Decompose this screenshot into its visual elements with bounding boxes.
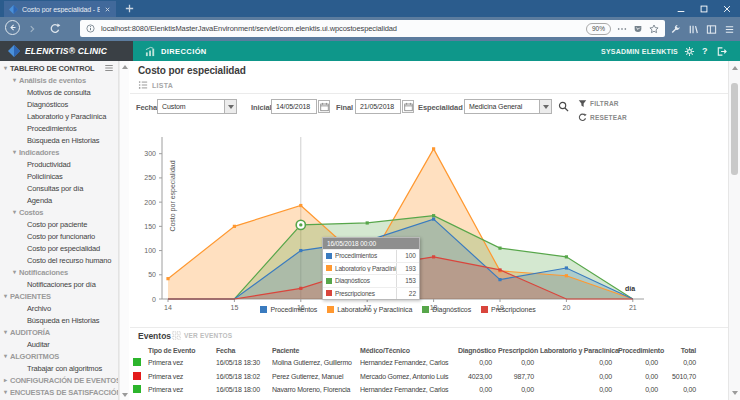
sidebar-item[interactable]: ▾Notificaciones bbox=[0, 266, 118, 278]
zoom-level-badge[interactable]: 90% bbox=[586, 23, 611, 35]
sidebar-item-label: CONFIGURACIÓN DE EVENTOS bbox=[10, 376, 119, 385]
page-actions-icon[interactable] bbox=[617, 24, 627, 34]
back-button[interactable] bbox=[5, 20, 20, 35]
forward-button[interactable] bbox=[27, 24, 37, 34]
scrollbar-thumb[interactable] bbox=[731, 83, 738, 175]
especialidad-select[interactable]: Medicina General bbox=[464, 99, 552, 114]
tab-close-icon[interactable] bbox=[104, 6, 111, 13]
sidebar-item[interactable]: Diagnósticos bbox=[0, 98, 118, 110]
column-header[interactable]: Paciente bbox=[272, 344, 360, 356]
sidebar-item[interactable]: Laboratorio y Paraclínica bbox=[0, 110, 118, 122]
inicial-calendar-button[interactable] bbox=[318, 100, 330, 113]
sidebar-item[interactable]: Búsqueda en Historias bbox=[0, 134, 118, 146]
legend-label: Procedimientos bbox=[270, 306, 317, 313]
sidebar-item[interactable]: ▾ENCUESTAS DE SATISFACCIÓN bbox=[0, 386, 118, 398]
inicial-input[interactable]: 14/05/2018 bbox=[271, 99, 317, 114]
chart-tooltip: 16/05/2018 00:00 Procedimientos100Labora… bbox=[322, 237, 420, 300]
sidebar-item[interactable]: Procedimientos bbox=[0, 122, 118, 134]
logout-button[interactable] bbox=[716, 41, 727, 61]
sidebar-item[interactable]: ▾PACIENTES bbox=[0, 290, 118, 302]
sidebar-item[interactable]: Búsqueda en Historias bbox=[0, 314, 118, 326]
column-header[interactable]: Médico/Técnico bbox=[360, 344, 458, 356]
fecha-select[interactable]: Custom bbox=[157, 99, 237, 114]
window-minimize-button[interactable] bbox=[670, 2, 692, 15]
column-header[interactable]: Procedimiento bbox=[618, 344, 664, 356]
sidebar-item[interactable]: ▸CONFIGURACIÓN DE EVENTOS bbox=[0, 374, 118, 386]
final-input[interactable]: 21/05/2018 bbox=[355, 99, 401, 114]
library-button[interactable] bbox=[688, 24, 699, 35]
menu-item-direccion[interactable]: DIRECCIÓN bbox=[145, 41, 207, 61]
sidebar-item[interactable]: Costo por paciente bbox=[0, 218, 118, 230]
column-header[interactable]: Prescripción bbox=[498, 344, 540, 356]
svg-text:100: 100 bbox=[144, 247, 156, 254]
url-bar[interactable]: localhost:8080/ElenktisMasterJavaEnviron… bbox=[80, 20, 665, 37]
search-button[interactable] bbox=[558, 101, 569, 112]
legend-item[interactable]: Prescripciones bbox=[481, 306, 536, 313]
cost-chart[interactable]: 0501001502002503001415161718192021Costo … bbox=[130, 130, 728, 318]
sidebar-item-label: ALGORITMOS bbox=[10, 352, 59, 361]
table-row[interactable]: Primera vez16/05/18 18:00Navarro Moreno,… bbox=[133, 383, 702, 397]
menu-button[interactable] bbox=[724, 24, 735, 35]
new-tab-button[interactable] bbox=[124, 3, 135, 14]
sidebar-item[interactable]: ▾Costos bbox=[0, 206, 118, 218]
column-header[interactable]: Total bbox=[664, 344, 702, 356]
sidebar-item[interactable]: Productividad bbox=[0, 158, 118, 170]
pocket-icon[interactable] bbox=[633, 24, 643, 34]
table-row[interactable]: Primera vez16/05/18 18:30Molina Gutierre… bbox=[133, 356, 702, 370]
tools-button[interactable] bbox=[670, 24, 681, 35]
final-calendar-button[interactable] bbox=[402, 100, 414, 113]
legend-label: Prescripciones bbox=[491, 306, 536, 313]
sidebar-item[interactable]: Notificaciones por día bbox=[0, 278, 118, 290]
sidebar-scrollbar[interactable] bbox=[119, 61, 129, 400]
content-scrollbar[interactable] bbox=[728, 61, 740, 400]
help-button[interactable]: ? bbox=[702, 41, 708, 61]
scroll-down-icon[interactable] bbox=[122, 393, 128, 397]
window-close-button[interactable] bbox=[716, 2, 738, 15]
sidebar-item[interactable]: ▾Indicadores bbox=[0, 146, 118, 158]
sidebar-item[interactable]: ▾ALGORITMOS bbox=[0, 350, 118, 362]
ver-eventos-button[interactable]: VER EVENTOS bbox=[172, 331, 232, 340]
settings-button[interactable] bbox=[684, 41, 695, 61]
sidebar-item[interactable]: Costo por funcionario bbox=[0, 230, 118, 242]
legend-item[interactable]: Laboratorio y Paraclínica bbox=[327, 306, 412, 313]
sidebar-item[interactable]: ▾AUDITORÍA bbox=[0, 326, 118, 338]
legend-item[interactable]: Procedimientos bbox=[260, 306, 317, 313]
browser-tab[interactable]: Costo por especialidad - Elenkt bbox=[4, 1, 116, 17]
app-brand[interactable]: ELENKTIS® CLINIC bbox=[0, 41, 133, 61]
swatch-column-header bbox=[133, 344, 148, 356]
sidebar-item[interactable]: Agenda bbox=[0, 194, 118, 206]
sidebar-item[interactable]: Costo por especialidad bbox=[0, 242, 118, 254]
refresh-button[interactable] bbox=[49, 23, 61, 35]
sidebar-item-label: Consultas por día bbox=[27, 184, 83, 193]
lista-button[interactable]: LISTA bbox=[138, 80, 173, 90]
column-header[interactable]: Fecha bbox=[216, 344, 272, 356]
sidebar-item[interactable]: Archivo bbox=[0, 302, 118, 314]
user-menu[interactable]: SYSADMIN ELENKTIS bbox=[600, 41, 678, 61]
resetear-button[interactable]: RESETEAR bbox=[578, 113, 627, 122]
sidebars-button[interactable] bbox=[706, 24, 717, 35]
page-info-icon[interactable] bbox=[86, 24, 95, 33]
scroll-up-icon[interactable] bbox=[732, 66, 738, 70]
scroll-up-icon[interactable] bbox=[122, 65, 128, 69]
legend-item[interactable]: Diagnósticos bbox=[422, 306, 471, 313]
sidebar-item[interactable]: Auditar bbox=[0, 338, 118, 350]
column-header[interactable]: Diagnóstico bbox=[458, 344, 498, 356]
window-maximize-button[interactable] bbox=[693, 2, 715, 15]
column-header[interactable]: Tipo de Evento bbox=[148, 344, 216, 356]
sidebar-collapse-button[interactable] bbox=[104, 63, 114, 73]
column-header[interactable]: Laboratorio y Paraclínica bbox=[540, 344, 618, 356]
scroll-down-icon[interactable] bbox=[732, 391, 738, 395]
sidebar-item[interactable]: Costo del recurso humano bbox=[0, 254, 118, 266]
sidebar-item[interactable]: Policlínicas bbox=[0, 170, 118, 182]
sidebar-item-label: PACIENTES bbox=[10, 292, 51, 301]
sidebar-item[interactable]: Motivos de consulta bbox=[0, 86, 118, 98]
data-point bbox=[299, 249, 302, 252]
sidebar-item[interactable]: ▾TABLERO DE CONTROL bbox=[0, 62, 118, 74]
sidebar-item[interactable]: ▾Análisis de eventos bbox=[0, 74, 118, 86]
bookmark-star-icon[interactable] bbox=[649, 24, 659, 34]
sidebar-item[interactable]: Consultas por día bbox=[0, 182, 118, 194]
sidebar-item[interactable]: Trabajar con algoritmos bbox=[0, 362, 118, 374]
table-row[interactable]: Primera vez16/05/18 18:02Perez Gutierrez… bbox=[133, 370, 702, 384]
divider bbox=[130, 327, 728, 328]
filtrar-button[interactable]: FILTRAR bbox=[578, 99, 619, 108]
